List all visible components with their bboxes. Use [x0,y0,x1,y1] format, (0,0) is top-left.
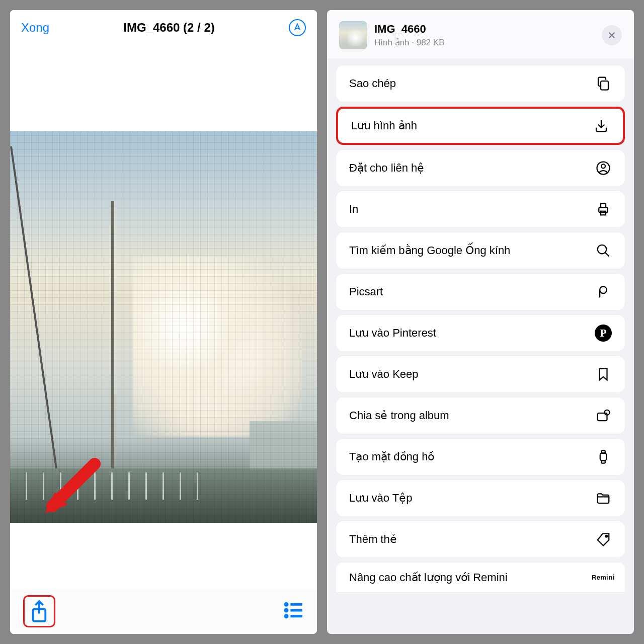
action-label: Picsart [349,285,383,298]
svg-point-5 [285,615,287,617]
viewer-header: Xong IMG_4660 (2 / 2) [10,10,317,45]
action-label: Chia sẻ trong album [349,409,449,422]
search-icon [595,242,612,259]
album-share-icon [595,407,612,424]
svg-point-1 [285,603,287,605]
svg-rect-19 [601,461,605,463]
action-remini[interactable]: Nâng cao chất lượng với Remini Remi̇ni̇ [336,562,625,593]
svg-point-13 [598,245,607,254]
svg-point-3 [285,609,287,611]
action-label: In [349,203,358,216]
action-label: Tìm kiếm bằng Google Ống kính [349,244,510,257]
action-label: Đặt cho liên hệ [349,162,424,175]
action-watch-face[interactable]: Tạo mặt đồng hồ [336,439,625,475]
action-picsart[interactable]: Picsart [336,274,625,310]
action-label: Nâng cao chất lượng với Remini [349,571,508,584]
action-print[interactable]: In [336,191,625,227]
remini-icon: Remi̇ni̇ [595,569,612,586]
share-actions-list: Sao chép Lưu hình ảnh Đặt cho liên hệ In [327,58,634,597]
photo-area[interactable] [10,45,317,589]
picsart-icon [595,283,612,300]
action-label: Lưu hình ảnh [351,119,417,132]
action-pinterest[interactable]: Lưu vào Pinterest P [336,315,625,351]
action-label: Tạo mặt đồng hồ [349,450,434,463]
share-thumbnail [339,21,367,49]
action-save-image[interactable]: Lưu hình ảnh [336,107,625,145]
svg-rect-12 [601,211,606,215]
download-icon [593,117,610,134]
action-label: Thêm thẻ [349,533,397,546]
photo-viewer-panel: Xong IMG_4660 (2 / 2) [10,10,317,634]
action-label: Sao chép [349,77,396,90]
svg-rect-11 [601,204,606,208]
svg-rect-17 [600,453,607,461]
photo-content [10,131,317,523]
action-share-album[interactable]: Chia sẻ trong album [336,397,625,434]
svg-point-9 [601,164,605,168]
svg-rect-18 [601,451,605,453]
print-icon [595,201,612,218]
action-google-lens[interactable]: Tìm kiếm bằng Google Ống kính [336,232,625,269]
contact-icon [595,159,612,177]
share-sheet-panel: IMG_4660 Hình ảnh · 982 KB Sao chép Lưu … [327,10,634,634]
share-subtitle: Hình ảnh · 982 KB [374,37,595,48]
action-keep[interactable]: Lưu vào Keep [336,356,625,392]
tag-icon [595,531,612,548]
viewer-title: IMG_4660 (2 / 2) [123,21,214,35]
bookmark-icon [595,366,612,383]
action-label: Lưu vào Pinterest [349,327,436,340]
svg-point-21 [605,535,607,537]
action-copy[interactable]: Sao chép [336,65,625,102]
share-button-highlight [23,595,55,627]
copy-icon [595,75,612,92]
action-assign-contact[interactable]: Đặt cho liên hệ [336,150,625,186]
action-save-files[interactable]: Lưu vào Tệp [336,480,625,516]
markup-icon[interactable] [289,19,306,36]
svg-point-14 [600,286,607,293]
action-label: Lưu vào Keep [349,368,419,381]
action-add-tags[interactable]: Thêm thẻ [336,521,625,557]
folder-icon [595,490,612,507]
share-title: IMG_4660 [374,23,595,36]
action-label: Lưu vào Tệp [349,492,412,505]
done-button[interactable]: Xong [21,21,49,35]
watch-icon [595,448,612,465]
viewer-toolbar [10,589,317,634]
svg-rect-7 [601,81,608,90]
pinterest-icon: P [595,325,612,342]
share-sheet-header: IMG_4660 Hình ảnh · 982 KB [327,10,634,58]
list-icon[interactable] [284,602,304,621]
share-icon[interactable] [30,600,49,625]
close-button[interactable] [602,25,622,45]
